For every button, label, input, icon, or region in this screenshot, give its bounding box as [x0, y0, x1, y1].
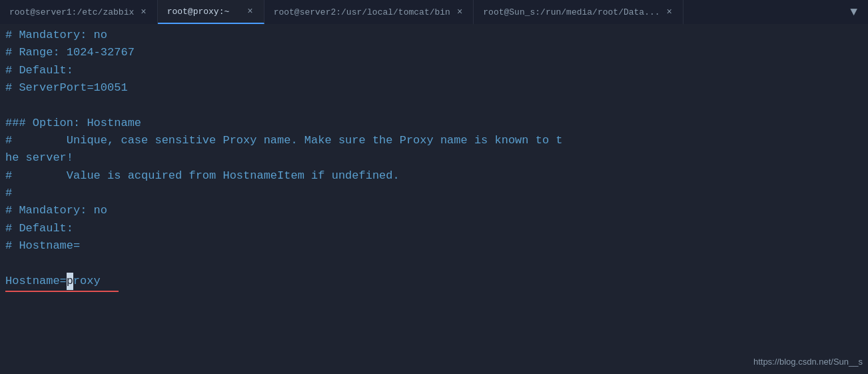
tab-sun-label: root@Sun_s:/run/media/root/Data...	[483, 7, 659, 17]
line-2: # Range: 1024-32767	[5, 44, 863, 61]
terminal-window: root@server1:/etc/zabbix × root@proxy:~ …	[0, 0, 868, 374]
line-14	[5, 255, 863, 272]
tab-server2-label: root@server2:/usr/local/tomcat/bin	[274, 7, 450, 17]
hostname-line-container: Hostname=proxy	[5, 273, 101, 290]
line-11: # Mandatory: no	[5, 202, 863, 219]
line-10: #	[5, 185, 863, 202]
tab-proxy[interactable]: root@proxy:~ ×	[158, 0, 264, 24]
line-13: # Hostname=	[5, 237, 863, 255]
tab-proxy-label: root@proxy:~	[167, 7, 230, 17]
tab-server1-label: root@server1:/etc/zabbix	[9, 7, 134, 17]
line-9: # Value is acquired from HostnameItem if…	[5, 167, 863, 185]
line-7: # Unique, case sensitive Proxy name. Mak…	[5, 132, 863, 149]
tabs-container: root@server1:/etc/zabbix × root@proxy:~ …	[0, 0, 683, 24]
tab-sun[interactable]: root@Sun_s:/run/media/root/Data... ×	[474, 0, 683, 24]
tab-server1[interactable]: root@server1:/etc/zabbix ×	[0, 0, 158, 24]
hostname-line: Hostname=proxy	[5, 273, 101, 290]
tab-bar: root@server1:/etc/zabbix × root@proxy:~ …	[0, 0, 868, 24]
line-6: ### Option: Hostname	[5, 115, 863, 132]
line-1: # Mandatory: no	[5, 27, 863, 44]
tab-server2-close[interactable]: ×	[456, 7, 464, 17]
tab-sun-close[interactable]: ×	[665, 7, 673, 17]
tab-server2[interactable]: root@server2:/usr/local/tomcat/bin ×	[264, 0, 474, 24]
line-4: # ServerPort=10051	[5, 79, 863, 97]
hostname-underline	[5, 291, 119, 292]
line-12: # Default:	[5, 220, 863, 237]
watermark: https://blog.csdn.net/Sun__s	[753, 355, 863, 369]
new-tab-button[interactable]: ▼	[845, 5, 863, 19]
tab-server1-close[interactable]: ×	[139, 7, 147, 17]
tab-bar-right: ▼	[845, 0, 868, 24]
terminal-content: # Mandatory: no # Range: 1024-32767 # De…	[0, 24, 868, 374]
line-3: # Default:	[5, 62, 863, 79]
tab-proxy-close[interactable]: ×	[246, 6, 254, 17]
line-8: he server!	[5, 149, 863, 167]
cursor: p	[67, 273, 73, 290]
line-5	[5, 97, 863, 114]
